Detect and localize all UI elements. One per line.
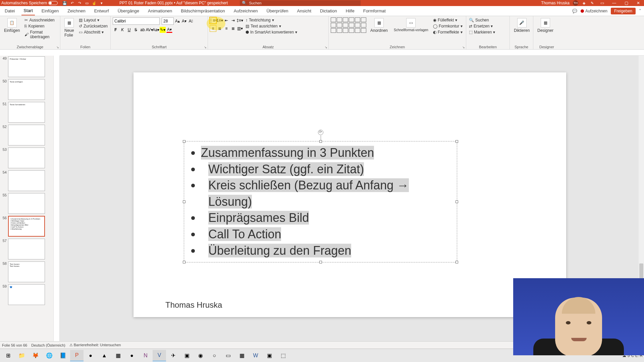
tab-ueberpruefen[interactable]: Überprüfen xyxy=(264,7,290,15)
justify-button[interactable]: ≣ xyxy=(230,25,236,32)
spacing-button[interactable]: AV▾ xyxy=(146,27,152,33)
strike-button[interactable]: S̶ xyxy=(133,27,139,33)
shrink-font-icon[interactable]: A▾ xyxy=(181,18,187,24)
case-button[interactable]: Aa▾ xyxy=(153,27,159,33)
tab-uebergaenge[interactable]: Übergänge xyxy=(116,7,141,15)
edge-icon[interactable]: 📘 xyxy=(56,350,70,361)
search-bar[interactable]: 🔍 xyxy=(240,0,361,6)
user-name[interactable]: Thomas Hruska xyxy=(541,1,570,5)
tab-formformat[interactable]: Formformat xyxy=(361,7,388,15)
redo-icon[interactable]: ↷ xyxy=(77,1,82,5)
reset-button[interactable]: ↺ Zurücksetzen xyxy=(78,23,108,29)
touch-icon[interactable]: ☝ xyxy=(92,1,97,5)
save-icon[interactable]: 💾 xyxy=(62,1,67,5)
tab-hilfe[interactable]: Hilfe xyxy=(344,7,357,15)
tab-start[interactable]: Start xyxy=(21,6,35,15)
minimize-icon[interactable]: — xyxy=(610,1,619,5)
thumb-row[interactable]: 55 xyxy=(1,193,53,214)
word-icon[interactable]: W xyxy=(249,350,262,361)
thumb-preview[interactable]: 💙 xyxy=(8,284,45,305)
font-color-button[interactable]: A▾ xyxy=(166,27,172,33)
ribbon-opts-icon[interactable]: ▭ xyxy=(598,1,606,5)
bold-button[interactable]: F xyxy=(113,27,119,33)
thumb-preview[interactable] xyxy=(8,239,45,259)
grow-font-icon[interactable]: A▴ xyxy=(174,18,180,24)
tab-datei[interactable]: Datei xyxy=(3,7,17,15)
rotation-handle[interactable] xyxy=(318,130,323,135)
bullets-button[interactable]: ⋮≡▾ xyxy=(210,17,216,23)
obs-icon[interactable]: ◉ xyxy=(194,350,207,361)
shape-outline-button[interactable]: ◯ Formkontur ▾ xyxy=(432,23,463,29)
outdent-button[interactable]: ⇤ xyxy=(223,17,229,23)
explorer-icon[interactable]: 📁 xyxy=(15,350,29,361)
new-slide-button[interactable]: ▦Neue Folie xyxy=(62,17,76,38)
dictate-button[interactable]: 🎤Diktieren xyxy=(512,17,532,34)
thumb-preview[interactable]: Text boxenText boxes xyxy=(8,261,45,282)
paste-button[interactable]: 📋Einfügen xyxy=(2,17,22,34)
line-spacing-button[interactable]: ‡≡▾ xyxy=(237,17,243,23)
tab-aufzeichnen[interactable]: Aufzeichnen xyxy=(232,7,260,15)
qat-more-icon[interactable]: ▾ xyxy=(99,1,104,5)
ruler-horizontal[interactable] xyxy=(60,50,644,56)
align-right-button[interactable]: ≡ xyxy=(223,25,229,32)
undo-icon[interactable]: ↶ xyxy=(70,1,74,5)
record-button[interactable]: Aufzeichnen xyxy=(581,9,607,13)
tab-dictation[interactable]: Dictation xyxy=(318,7,339,15)
ruler-vertical[interactable] xyxy=(54,56,60,341)
font-launcher-icon[interactable]: ↘ xyxy=(204,46,207,49)
select-button[interactable]: ⬚ Markieren ▾ xyxy=(468,29,496,35)
copy-button[interactable]: ⎘ Kopieren xyxy=(24,23,58,29)
tab-bildschirm[interactable]: Bildschirmpräsentation xyxy=(179,7,227,15)
close-icon[interactable]: ✕ xyxy=(634,1,643,5)
paragraph-launcher-icon[interactable]: ↘ xyxy=(325,46,328,49)
layout-button[interactable]: ▤ Layout ▾ xyxy=(78,17,108,23)
bullet-item[interactable]: Kreis schließen (Bezug auf Anfang → Lösu… xyxy=(201,177,450,210)
columns-button[interactable]: ▥▾ xyxy=(237,25,243,32)
align-center-button[interactable]: ≣ xyxy=(217,25,223,32)
resize-handle-bl[interactable] xyxy=(183,261,185,263)
thumb-preview[interactable] xyxy=(8,193,45,214)
bullet-item[interactable]: Wichtiger Satz (ggf. ein Zitat) xyxy=(201,161,450,178)
thumb-preview[interactable] xyxy=(8,125,45,145)
content-textbox[interactable]: Zusammenfassung in 3 PunktenWichtiger Sa… xyxy=(184,141,457,262)
autosave-toggle[interactable]: Automatisches Speichern xyxy=(1,1,58,5)
share-button[interactable]: Freigeben xyxy=(611,8,636,14)
thumb-preview[interactable]: Texte einfügen xyxy=(8,79,45,100)
tab-ansicht[interactable]: Ansicht xyxy=(295,7,313,15)
search-input[interactable] xyxy=(249,1,359,5)
replace-button[interactable]: ⇄ Ersetzen ▾ xyxy=(468,23,496,29)
thumb-preview[interactable]: Texte formatieren xyxy=(8,102,45,123)
thumb-row[interactable]: 58Text boxenText boxes xyxy=(1,261,53,282)
accessibility-check[interactable]: ⚠ Barrierefreiheit: Untersuchen xyxy=(69,343,121,347)
clipboard-launcher-icon[interactable]: ↘ xyxy=(56,46,60,49)
quick-styles-button[interactable]: ▭Schnellformat-vorlagen xyxy=(392,17,430,33)
cut-button[interactable]: ✂ Ausschneiden xyxy=(24,17,58,23)
smartart-button[interactable]: ⬢ In SmartArt konvertieren ▾ xyxy=(245,29,298,35)
resize-handle-l[interactable] xyxy=(183,200,185,203)
app-icon-5[interactable]: ○ xyxy=(208,350,221,361)
align-left-button[interactable]: ≡ xyxy=(210,25,216,32)
telegram-icon[interactable]: ✈ xyxy=(166,350,180,361)
underline-button[interactable]: U xyxy=(126,27,132,33)
shapes-gallery[interactable] xyxy=(331,17,366,33)
resize-handle-r[interactable] xyxy=(455,200,458,203)
present-icon[interactable]: ▭ xyxy=(85,1,89,5)
bullet-list[interactable]: Zusammenfassung in 3 PunktenWichtiger Sa… xyxy=(191,145,450,259)
bullet-item[interactable]: Überleitung zu den Fragen xyxy=(201,243,450,259)
font-family-combo[interactable]: Calibri xyxy=(113,17,160,25)
resize-handle-b[interactable] xyxy=(319,261,322,263)
app-icon-6[interactable]: ▭ xyxy=(221,350,235,361)
tab-einfuegen[interactable]: Einfügen xyxy=(40,7,61,15)
indent-button[interactable]: ⇥ xyxy=(230,17,236,23)
chrome-icon[interactable]: 🌐 xyxy=(43,350,56,361)
firefox-icon[interactable]: 🦊 xyxy=(29,350,42,361)
resize-handle-br[interactable] xyxy=(455,261,458,263)
app-icon-7[interactable]: ▦ xyxy=(235,350,249,361)
thumb-row[interactable]: 49Präsenter / Klicker xyxy=(1,56,53,77)
thumb-row[interactable]: 56• Zusammenfassung in 3 Punkten• Wichti… xyxy=(1,216,53,237)
font-size-combo[interactable]: 28 xyxy=(162,17,174,25)
find-button[interactable]: 🔍 Suchen xyxy=(468,17,496,23)
bullet-item[interactable]: Zusammenfassung in 3 Punkten xyxy=(201,145,450,161)
thumb-preview[interactable]: Präsenter / Klicker xyxy=(8,56,45,77)
slide-thumbnails[interactable]: 49Präsenter / Klicker50Texte einfügen51T… xyxy=(0,56,54,341)
